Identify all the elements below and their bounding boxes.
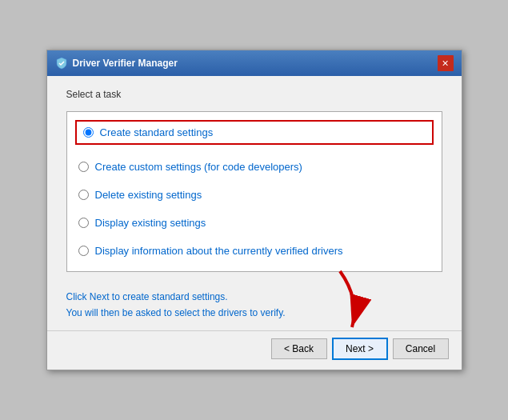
radio-create-custom[interactable] — [78, 162, 89, 172]
main-content: Select a task Create standard settings C… — [47, 76, 462, 330]
hint-line1: Click Next to create standard settings. — [66, 290, 442, 305]
radio-display-settings[interactable] — [78, 218, 89, 228]
title-bar: Driver Verifier Manager ✕ — [47, 50, 462, 76]
cancel-button[interactable]: Cancel — [393, 338, 449, 359]
button-bar: < Back Next > Cancel — [47, 330, 462, 370]
section-label: Select a task — [66, 89, 442, 100]
label-delete-settings[interactable]: Delete existing settings — [95, 189, 202, 201]
driver-verifier-window: Driver Verifier Manager ✕ Select a task … — [46, 50, 462, 370]
app-icon — [55, 57, 68, 70]
back-button[interactable]: < Back — [271, 338, 327, 359]
close-button[interactable]: ✕ — [438, 55, 454, 71]
label-display-info[interactable]: Display information about the currently … — [95, 245, 343, 257]
title-bar-left: Driver Verifier Manager — [55, 57, 178, 70]
next-button[interactable]: Next > — [332, 338, 388, 360]
label-create-standard[interactable]: Create standard settings — [100, 126, 214, 138]
label-display-settings[interactable]: Display existing settings — [95, 217, 206, 229]
options-container: Create standard settings Create custom s… — [66, 111, 442, 272]
hint-line2: You will then be asked to select the dri… — [66, 306, 442, 321]
window-title: Driver Verifier Manager — [73, 58, 178, 69]
radio-create-standard[interactable] — [83, 127, 94, 138]
radio-display-info[interactable] — [78, 246, 89, 256]
label-create-custom[interactable]: Create custom settings (for code develop… — [95, 161, 302, 173]
hint-text: Click Next to create standard settings. … — [66, 290, 442, 320]
radio-delete-settings[interactable] — [78, 190, 89, 200]
